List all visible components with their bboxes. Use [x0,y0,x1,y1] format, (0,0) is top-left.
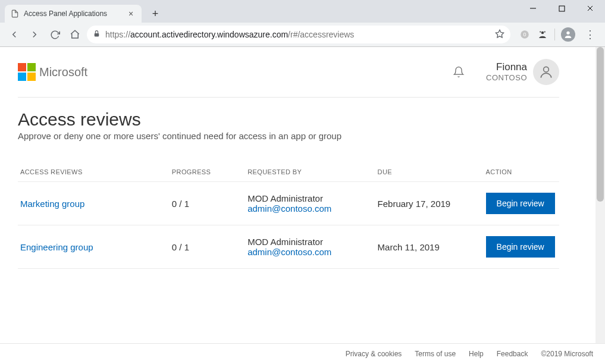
col-header-action: ACTION [484,162,559,182]
minimize-button[interactable] [522,0,544,17]
begin-review-button[interactable]: Begin review [486,193,555,214]
col-header-name: ACCESS REVIEWS [18,162,170,182]
notifications-button[interactable] [453,66,465,78]
close-icon[interactable]: × [126,9,136,18]
scrollbar[interactable] [595,47,605,343]
url-text: https://account.activedirectory.windowsa… [105,30,490,39]
address-bar: https://account.activedirectory.windowsa… [0,23,605,46]
browser-tab[interactable]: Access Panel Applications × [5,5,142,23]
review-progress: 0 / 1 [170,182,245,225]
col-header-progress: PROGRESS [170,162,245,182]
requester-email-link[interactable]: admin@contoso.com [247,203,372,214]
reload-button[interactable] [46,26,63,43]
window-close-button[interactable] [579,0,601,17]
page-title: Access reviews [18,109,559,130]
review-name-link[interactable]: Marketing group [20,199,84,209]
svg-rect-1 [559,6,565,11]
footer-terms-link[interactable]: Terms of use [415,350,456,358]
svg-rect-4 [95,33,99,36]
requester-email-link[interactable]: admin@contoso.com [247,247,372,257]
microsoft-logo-icon [18,63,36,81]
maximize-button[interactable] [550,0,573,17]
footer-copyright: ©2019 Microsoft [541,350,593,358]
user-org: CONTOSO [486,73,527,83]
user-info[interactable]: Fionna CONTOSO [486,61,527,83]
url-field[interactable]: https://account.activedirectory.windowsa… [87,26,510,43]
new-tab-button[interactable]: + [148,6,163,21]
logo-text: Microsoft [39,65,87,79]
col-header-requested-by: REQUESTED BY [245,162,375,182]
star-icon[interactable] [495,29,504,40]
review-name-link[interactable]: Engineering group [20,242,93,252]
extension-icon[interactable] [537,29,548,40]
page-header: Microsoft Fionna CONTOSO [18,59,559,98]
svg-point-8 [541,32,544,34]
lock-icon [93,30,101,39]
page-viewport: Microsoft Fionna CONTOSO Access reviews … [0,47,605,343]
back-button[interactable] [6,26,23,43]
profile-icon[interactable] [561,27,575,42]
forward-button[interactable] [26,26,43,43]
user-name: Fionna [486,61,527,73]
svg-point-9 [540,31,541,32]
avatar[interactable] [533,59,559,85]
page-subtitle: Approve or deny one or more users' conti… [18,131,559,141]
svg-point-10 [544,31,546,32]
browser-chrome: Access Panel Applications × + [0,0,605,47]
begin-review-button[interactable]: Begin review [486,236,555,258]
table-row: Marketing group 0 / 1 MOD Administrator … [18,182,559,225]
table-row: Engineering group 0 / 1 MOD Administrato… [18,225,559,269]
tab-title: Access Panel Applications [24,10,121,18]
page-footer: Privacy & cookies Terms of use Help Feed… [0,343,605,364]
extension-icon[interactable]: 0 [519,29,531,40]
review-progress: 0 / 1 [170,225,245,269]
svg-point-12 [544,67,549,72]
microsoft-logo[interactable]: Microsoft [18,63,87,81]
svg-point-11 [566,32,569,34]
access-reviews-table: ACCESS REVIEWS PROGRESS REQUESTED BY DUE… [18,162,559,269]
requester-name: MOD Administrator [247,237,372,247]
review-due: March 11, 2019 [375,225,484,269]
col-header-due: DUE [375,162,484,182]
svg-text:0: 0 [523,32,526,37]
tab-bar: Access Panel Applications × + [0,0,605,23]
svg-marker-5 [496,30,503,37]
page-favicon-icon [11,10,19,18]
requester-name: MOD Administrator [247,193,372,203]
footer-feedback-link[interactable]: Feedback [497,350,528,358]
menu-dots-icon[interactable]: ⋮ [581,28,599,41]
footer-privacy-link[interactable]: Privacy & cookies [346,350,402,358]
home-button[interactable] [67,26,83,43]
footer-help-link[interactable]: Help [469,350,484,358]
review-due: February 17, 2019 [375,182,484,225]
